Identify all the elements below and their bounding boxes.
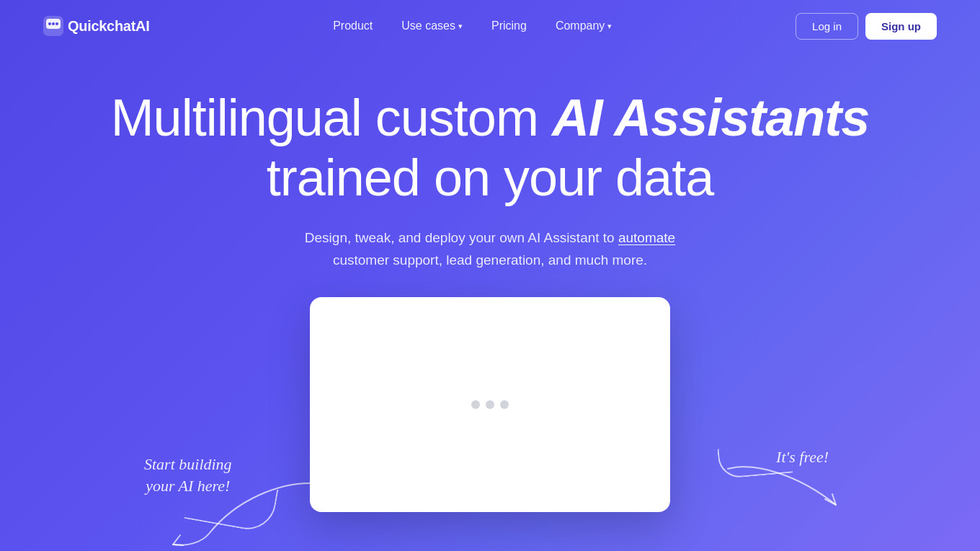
hero-title-part2: trained on your data: [267, 149, 713, 206]
nav-link-pricing[interactable]: Pricing: [491, 19, 527, 32]
hero-title-part1: Multilingual custom: [111, 89, 552, 146]
logo-ai: AI: [135, 18, 149, 34]
annotation-left: Start buildingyour AI here!: [144, 454, 232, 498]
hero-automate-link: automate: [618, 230, 675, 245]
hero-subtitle-part1: Design, tweak, and deploy your own AI As…: [305, 230, 618, 245]
hero-subtitle: Design, tweak, and deploy your own AI As…: [305, 226, 675, 272]
nav-menu: Product Use cases ▾ Pricing Company ▾: [333, 19, 612, 32]
hero-section: Multilingual custom AI Assistants traine…: [0, 52, 980, 512]
demo-card: [310, 297, 670, 512]
annotation-right: It's free!: [776, 446, 829, 469]
nav-item-company[interactable]: Company ▾: [556, 19, 612, 32]
nav-item-product[interactable]: Product: [333, 19, 373, 32]
navigation: QuickchatAI Product Use cases ▾ Pricing …: [0, 0, 980, 52]
nav-link-product[interactable]: Product: [333, 19, 373, 32]
nav-product-label: Product: [333, 19, 373, 32]
nav-item-pricing[interactable]: Pricing: [491, 19, 527, 32]
nav-company-label: Company: [556, 19, 605, 32]
logo[interactable]: QuickchatAI: [43, 16, 149, 36]
nav-pricing-label: Pricing: [491, 19, 527, 32]
svg-point-3: [52, 22, 55, 25]
dot-1: [471, 400, 480, 409]
chevron-down-icon-2: ▾: [607, 22, 612, 31]
nav-link-company[interactable]: Company ▾: [556, 19, 612, 32]
nav-item-use-cases[interactable]: Use cases ▾: [401, 19, 463, 32]
chevron-down-icon: ▾: [458, 22, 463, 31]
dot-2: [486, 400, 494, 409]
nav-use-cases-label: Use cases: [401, 19, 455, 32]
signup-button[interactable]: Sign up: [865, 13, 937, 40]
logo-quickchat: Quickchat: [68, 18, 135, 34]
logo-icon: [43, 16, 63, 36]
svg-point-4: [55, 22, 58, 25]
nav-link-use-cases[interactable]: Use cases ▾: [401, 19, 463, 32]
hero-title: Multilingual custom AI Assistants traine…: [111, 88, 870, 208]
hero-title-italic: AI Assistants: [552, 89, 869, 146]
demo-card-wrapper: Start buildingyour AI here! It's free!: [310, 297, 670, 512]
login-button[interactable]: Log in: [796, 13, 858, 40]
nav-actions: Log in Sign up: [796, 13, 937, 40]
dot-3: [500, 400, 509, 409]
logo-text: QuickchatAI: [68, 18, 149, 35]
svg-point-2: [48, 22, 51, 25]
hero-subtitle-part2: customer support, lead generation, and m…: [333, 252, 647, 268]
demo-loading-dots: [471, 400, 509, 409]
